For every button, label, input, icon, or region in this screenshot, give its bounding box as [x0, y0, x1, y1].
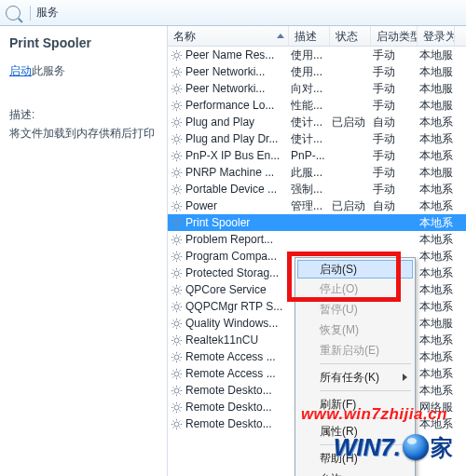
col-startup[interactable]: 启动类型: [371, 26, 418, 46]
col-name[interactable]: 名称: [168, 26, 289, 46]
description-text: 将文件加载到内存供稍后打印: [9, 125, 158, 142]
service-desc: 使计...: [291, 115, 332, 130]
col-status[interactable]: 状态: [330, 26, 371, 46]
svg-line-134: [179, 286, 180, 287]
service-name: PnP-X IP Bus En...: [185, 149, 280, 162]
col-logon[interactable]: 登录为: [418, 26, 455, 46]
svg-line-61: [172, 158, 173, 159]
menu-start[interactable]: 启动(S): [297, 260, 413, 279]
toolbar: 服务: [0, 0, 466, 26]
gear-icon: [170, 384, 183, 397]
service-row[interactable]: PnP-X IP Bus En...PnP-...手动本地系: [168, 147, 466, 164]
service-logon: 本地系: [419, 198, 457, 214]
svg-line-43: [172, 125, 173, 126]
svg-point-9: [174, 70, 179, 75]
svg-line-87: [179, 209, 180, 210]
service-logon: 本地系: [419, 282, 457, 298]
service-logon: 本地系: [419, 349, 457, 365]
service-row[interactable]: Plug and Play Dr...使计...手动本地系: [168, 130, 466, 147]
service-logon: 本地系: [419, 249, 457, 265]
service-desc: 强制...: [291, 182, 332, 197]
svg-point-171: [174, 372, 179, 376]
menu-allow[interactable]: 允许…: [297, 469, 413, 476]
svg-point-162: [174, 355, 179, 360]
service-logon: 本地系: [419, 265, 457, 281]
svg-line-71: [179, 169, 180, 170]
svg-line-122: [172, 269, 173, 270]
svg-line-179: [179, 370, 180, 371]
svg-line-17: [179, 68, 180, 69]
svg-line-23: [172, 85, 173, 86]
service-row[interactable]: Performance Lo...性能...手动本地服: [168, 97, 466, 114]
svg-line-51: [179, 142, 180, 143]
service-name: Power: [185, 199, 217, 212]
menu-all-tasks[interactable]: 所有任务(K): [297, 367, 413, 388]
service-row[interactable]: Print Spooler本地系: [168, 214, 466, 231]
svg-line-5: [172, 51, 173, 52]
service-logon: 本地服: [419, 48, 457, 63]
svg-point-45: [174, 137, 179, 142]
svg-line-77: [172, 185, 173, 186]
service-row[interactable]: Portable Device ...强制...手动本地系: [168, 181, 466, 197]
svg-point-0: [174, 53, 179, 58]
service-startup: 手动: [373, 81, 419, 97]
gear-icon: [170, 266, 183, 279]
service-name: Plug and Play: [185, 116, 254, 129]
service-logon: 本地系: [419, 232, 457, 248]
service-row[interactable]: Power管理...已启动自动本地系: [168, 197, 466, 214]
service-logon: 本地系: [419, 131, 457, 147]
service-row[interactable]: PNRP Machine ...此服...手动本地服: [168, 164, 466, 181]
gear-icon: [170, 401, 183, 414]
svg-line-159: [179, 343, 180, 344]
svg-line-59: [172, 152, 173, 153]
svg-line-95: [172, 219, 173, 220]
service-logon: 本地服: [419, 81, 457, 97]
svg-line-168: [179, 360, 180, 360]
svg-point-18: [174, 87, 179, 91]
gear-icon: [170, 417, 183, 430]
toolbar-separator: [30, 6, 31, 20]
service-desc: 管理...: [291, 198, 332, 214]
start-service-link[interactable]: 启动: [9, 64, 32, 77]
service-name: Peer Networki...: [185, 82, 265, 95]
gear-icon: [170, 300, 183, 313]
col-desc[interactable]: 描述: [289, 26, 330, 46]
service-name: Protected Storag...: [185, 266, 279, 279]
svg-line-86: [172, 202, 173, 203]
menu-separator: [320, 390, 411, 391]
watermark-url: www.win7zhijia.cn: [301, 405, 447, 424]
svg-line-41: [172, 118, 173, 119]
svg-line-25: [172, 91, 173, 92]
svg-line-194: [172, 403, 173, 404]
search-icon[interactable]: [6, 6, 21, 20]
gear-icon: [170, 99, 183, 112]
svg-line-177: [179, 376, 180, 377]
svg-line-52: [172, 142, 173, 143]
service-name: Peer Name Res...: [185, 48, 274, 61]
service-desc: 使用...: [291, 64, 332, 80]
service-row[interactable]: Plug and Play使计...已启动自动本地系: [168, 114, 466, 130]
service-row[interactable]: Problem Report...本地系: [168, 231, 466, 248]
service-startup: 手动: [373, 64, 419, 80]
service-desc: 此服...: [291, 165, 332, 181]
svg-line-16: [172, 75, 173, 75]
svg-line-161: [179, 336, 180, 337]
gear-icon: [170, 233, 183, 246]
watermark-orb-icon: [403, 434, 429, 460]
service-row[interactable]: Peer Networki...使用...手动本地服: [168, 63, 466, 80]
service-row[interactable]: Peer Networki...向对...手动本地服: [168, 80, 466, 97]
service-desc: 使用...: [291, 48, 332, 63]
svg-line-7: [172, 58, 173, 59]
service-row[interactable]: Peer Name Res...使用...手动本地服: [168, 47, 466, 63]
menu-stop: 停止(O): [297, 279, 413, 299]
svg-line-88: [172, 209, 173, 210]
service-name: Remote Access ...: [185, 350, 276, 363]
svg-line-97: [172, 225, 173, 226]
svg-line-79: [172, 192, 173, 193]
start-service-suffix: 此服务: [32, 64, 65, 77]
gear-icon: [170, 82, 183, 95]
svg-line-203: [172, 420, 173, 421]
svg-point-198: [174, 422, 179, 427]
svg-point-189: [174, 405, 179, 410]
service-startup: 手动: [373, 131, 419, 147]
